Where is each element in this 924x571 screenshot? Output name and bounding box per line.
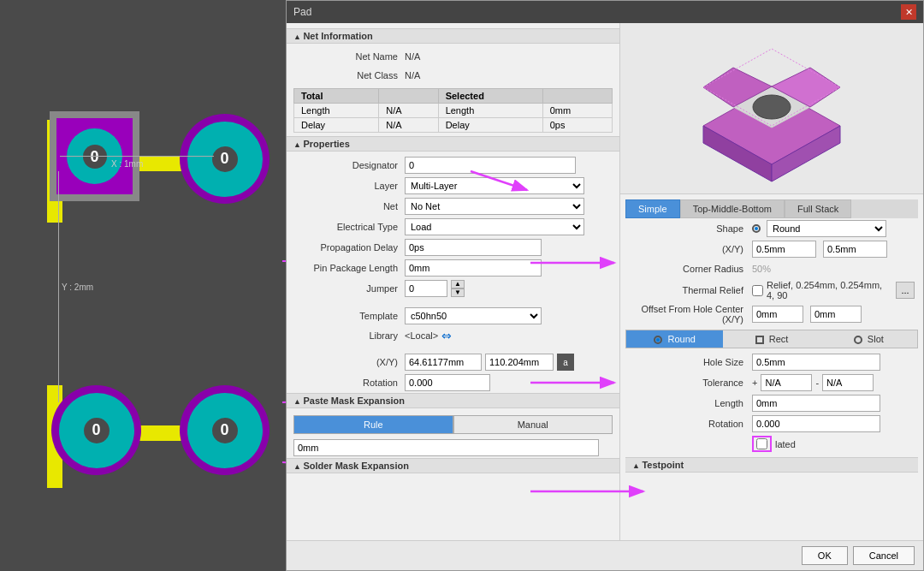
- delay-label: Delay: [294, 118, 379, 133]
- shape-select[interactable]: Round: [767, 220, 886, 237]
- library-label: Library: [293, 330, 405, 341]
- testpoint-section: Testpoint: [625, 457, 918, 473]
- thermal-relief-row: Thermal Relief Relief, 0.254mm, 0.254mm,…: [625, 278, 918, 302]
- propagation-delay-input[interactable]: [405, 239, 542, 256]
- length-label: Length: [294, 104, 379, 118]
- dim-line-x: [60, 156, 214, 157]
- net-label: Net: [293, 201, 405, 211]
- rotation-input[interactable]: [405, 374, 490, 391]
- tab-simple[interactable]: Simple: [625, 199, 680, 218]
- arrows-overlay: [0, 0, 291, 571]
- jumper-control: ▲ ▼: [405, 280, 465, 297]
- plated-label: lated: [775, 439, 796, 449]
- pad-dialog: Pad ✕ Net Information Net Name N/A Net C…: [286, 0, 924, 571]
- rotation-row: Rotation: [287, 372, 619, 393]
- tol-plus-sign: +: [752, 378, 757, 388]
- shape-label: Shape: [629, 223, 749, 234]
- tab-top-middle-bottom[interactable]: Top-Middle-Bottom: [680, 199, 785, 218]
- tab-full-stack[interactable]: Full Stack: [785, 199, 851, 218]
- layer-label: Layer: [293, 181, 405, 191]
- hole-slot-radio: [854, 336, 862, 344]
- table-row: Length N/A Length 0mm: [294, 104, 613, 118]
- net-class-value: N/A: [405, 70, 420, 80]
- col-total: Total: [294, 89, 379, 104]
- tolerance-row: Tolerance + -: [625, 372, 918, 393]
- thermal-relief-label: Thermal Relief: [629, 285, 749, 295]
- net-select[interactable]: No Net: [405, 198, 584, 215]
- tol-minus-input[interactable]: [822, 374, 874, 391]
- length-sel-label: Length: [438, 104, 542, 118]
- offset-y-input[interactable]: [810, 306, 862, 323]
- hole-round-label: Round: [667, 334, 695, 344]
- jumper-input[interactable]: [405, 280, 447, 297]
- hole-size-row: Hole Size: [625, 352, 918, 372]
- thermal-relief-checkbox-row: Relief, 0.254mm, 0.254mm, 4, 90 ...: [752, 280, 915, 300]
- length-total: N/A: [379, 104, 438, 118]
- propagation-delay-row: Propagation Delay: [287, 237, 619, 258]
- link-icon[interactable]: ⇔: [441, 329, 452, 342]
- tol-plus-input[interactable]: [761, 374, 812, 391]
- hole-length-label: Length: [629, 398, 749, 408]
- jumper-up[interactable]: ▲: [451, 280, 465, 288]
- designator-row: Designator: [287, 155, 619, 175]
- net-class-row: Net Class N/A: [287, 66, 619, 85]
- plated-highlight-box: [752, 436, 772, 452]
- pin-package-input[interactable]: [405, 259, 542, 277]
- shape-radio[interactable]: [752, 224, 761, 233]
- hole-slot-tab[interactable]: Slot: [820, 330, 917, 348]
- designator-input[interactable]: [405, 157, 576, 174]
- rule-button[interactable]: Rule: [293, 415, 453, 434]
- xy-label: (X/Y): [293, 357, 405, 367]
- close-button[interactable]: ✕: [901, 4, 916, 20]
- tolerance-label: Tolerance: [629, 378, 749, 388]
- thermal-relief-more[interactable]: ...: [896, 282, 915, 299]
- y-input[interactable]: [485, 354, 554, 371]
- lock-button[interactable]: a: [557, 354, 574, 371]
- plated-row: lated: [625, 434, 918, 454]
- template-select[interactable]: c50hn50: [405, 307, 542, 324]
- dialog-titlebar: Pad ✕: [287, 1, 923, 23]
- delay-sel-val: 0ps: [542, 118, 612, 133]
- right-content: Simple Top-Middle-Bottom Full Stack Shap…: [620, 194, 923, 540]
- jumper-label: Jumper: [293, 283, 405, 294]
- layer-select[interactable]: Multi-Layer: [405, 177, 584, 194]
- x-input[interactable]: [405, 354, 482, 371]
- paste-mask-input[interactable]: [293, 439, 599, 456]
- solder-mask-section: Solder Mask Expansion: [287, 458, 619, 473]
- left-panel: Net Information Net Name N/A Net Class N…: [287, 23, 620, 540]
- thermal-relief-checkbox[interactable]: [752, 285, 763, 296]
- delay-total: N/A: [379, 118, 438, 133]
- paste-mask-value-row: [287, 437, 619, 458]
- properties-section: Properties: [287, 136, 619, 152]
- hole-round-tab[interactable]: Round: [626, 330, 723, 348]
- paste-mask-section: Paste Mask Expansion: [287, 393, 619, 408]
- shape-xy-row: (X/Y): [625, 239, 918, 259]
- designator-label: Designator: [293, 160, 405, 170]
- electrical-type-select[interactable]: Load: [405, 218, 584, 235]
- manual-button[interactable]: Manual: [453, 415, 613, 434]
- corner-radius-label: Corner Radius: [629, 264, 749, 274]
- pad-bottom-left: 0: [51, 385, 141, 475]
- ok-button[interactable]: OK: [802, 546, 848, 565]
- hole-length-input[interactable]: [752, 395, 880, 412]
- svg-point-4: [753, 95, 791, 119]
- hole-rotation-input[interactable]: [752, 415, 880, 432]
- hole-size-input[interactable]: [752, 354, 880, 371]
- shape-y-input[interactable]: [823, 241, 887, 258]
- hole-type-tabs: Round Rect Slot: [625, 330, 918, 348]
- hole-rect-icon: [755, 336, 764, 344]
- template-row: Template c50hn50: [287, 306, 619, 326]
- jumper-row: Jumper ▲ ▼: [287, 278, 619, 299]
- spacer: [287, 299, 619, 306]
- shape-x-input[interactable]: [752, 241, 816, 258]
- hole-rect-tab[interactable]: Rect: [723, 330, 820, 348]
- jumper-down[interactable]: ▼: [451, 288, 465, 297]
- offset-x-input[interactable]: [752, 306, 803, 323]
- xy-position-row: (X/Y) a: [287, 352, 619, 372]
- cancel-button[interactable]: Cancel: [853, 546, 915, 565]
- plated-checkbox[interactable]: [756, 438, 767, 449]
- pad-3d-area: [620, 23, 923, 194]
- corner-radius-value: 50%: [752, 264, 771, 274]
- pin-package-label: Pin Package Length: [293, 263, 405, 273]
- col-total-val: [379, 89, 438, 104]
